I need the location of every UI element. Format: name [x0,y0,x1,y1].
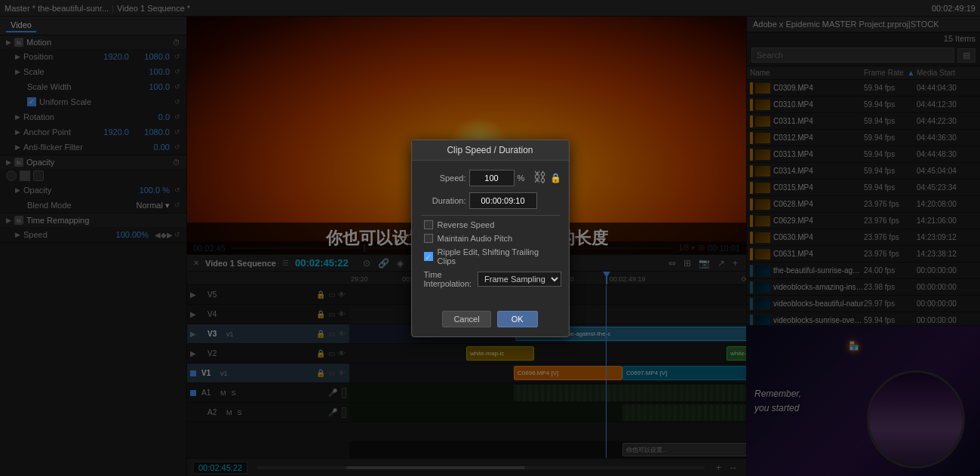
zoom-in-btn[interactable]: + [714,462,723,474]
c0697-clip[interactable]: C0697.MP4 [V] [622,366,746,380]
media-row[interactable]: C0315.MP459.94 fps04:45:23:34 [747,180,980,196]
search-filter-btn[interactable]: ▤ [957,48,975,63]
blend-mode-reset[interactable]: ↺ [174,201,180,209]
v2-eye[interactable]: 👁 [337,349,346,358]
media-row[interactable]: C0631.MP423.976 fps14:23:38:12 [747,246,980,263]
v4-media[interactable]: ▭ [327,310,336,318]
a2-mic[interactable]: 🎤 [327,408,338,416]
v2-expand[interactable]: ▶ [190,349,205,358]
speed-reset[interactable]: ↺ [174,231,180,238]
v4-lock[interactable]: 🔒 [315,310,326,318]
zoom-out-btn[interactable]: ⇔ [666,257,678,269]
uniform-scale-reset[interactable]: ↺ [174,98,180,106]
scale-reset[interactable]: ↺ [174,68,180,75]
search-input[interactable] [751,48,954,63]
blend-mode-val[interactable]: Normal ▾ [132,201,170,210]
motion-header[interactable]: ▶ fx Motion ⏱ [0,35,186,49]
media-row[interactable]: videoblocks-amazing-inspira23.98 fps00:0… [747,279,980,296]
media-row[interactable]: C0312.MP459.94 fps04:44:36:30 [747,130,980,146]
speed-keyframe-next[interactable]: ▶ [167,231,173,239]
media-row[interactable]: videoblocks-beautiful-natur29.97 fps00:0… [747,296,980,312]
rotation-val[interactable]: 0.0 [132,112,170,121]
scale-width-val[interactable]: 100.0 [132,82,170,91]
v3-media[interactable]: ▭ [327,330,336,338]
duration-field[interactable] [469,192,537,209]
opacity-reset[interactable]: ↺ [174,186,180,194]
anchor-y[interactable]: 1080.0 [132,127,170,137]
anti-flicker-reset[interactable]: ↺ [174,143,180,151]
export-btn[interactable]: ↗ [715,257,727,269]
clip-speed-modal[interactable]: Clip Speed / Duration Speed: % ⛓ 🔒 Durat… [411,140,570,337]
speed-keyframe-prev[interactable]: ◀ [155,231,161,239]
markers-btn[interactable]: ◈ [395,257,406,269]
timeline-scrollbar[interactable] [257,466,705,469]
anchor-reset[interactable]: ↺ [174,128,180,136]
opacity-value[interactable]: 100.0 % [132,186,170,195]
timeline-menu-icon[interactable]: ☰ [282,259,289,267]
lock-icon[interactable]: 🔒 [550,173,561,183]
v5-eye[interactable]: 👁 [337,290,346,299]
media-row[interactable]: C0309.MP459.94 fps04:44:04:30 [747,80,980,97]
master-tab[interactable]: Master * the-beautiful-sunr... [5,4,109,13]
video-tab[interactable]: Video [6,19,36,32]
position-x[interactable]: 1920.0 [91,52,129,61]
media-row[interactable]: C0313.MP459.94 fps04:44:48:30 [747,146,980,163]
col-start-header[interactable]: Media Start [917,69,977,77]
a1-level[interactable] [342,388,346,398]
v1-lock[interactable]: 🔒 [315,369,326,377]
media-row[interactable]: C0630.MP423.976 fps14:23:09:12 [747,229,980,246]
white-map-clip-2[interactable]: white-map-ic [727,346,746,361]
v4-eye[interactable]: 👁 [337,310,346,318]
sequence-tab[interactable]: Video 1 Sequence * [117,4,190,13]
position-y[interactable]: 1080.0 [132,52,170,61]
speed-field[interactable] [469,170,515,186]
time-remapping-header[interactable]: ▶ fx Time Remapping [0,213,186,227]
a1-mic[interactable]: 🎤 [327,388,338,397]
media-row[interactable]: videoblocks-sunrise-over-wi59.94 fps00:0… [747,312,980,325]
snap-btn[interactable]: ⊙ [361,257,373,269]
scale-val[interactable]: 100.0 [132,67,170,76]
subtitle-clip[interactable]: 你也可以设置... [622,443,746,456]
scale-width-reset[interactable]: ↺ [174,83,180,91]
ok-button[interactable]: OK [497,311,538,327]
v2-lock[interactable]: 🔒 [315,349,326,358]
a1-audio-clip[interactable] [514,385,746,401]
col-rate-header[interactable]: Frame Rate ▲ [864,69,917,77]
col-name-header[interactable]: Name [750,69,864,77]
speed-keyframe-add[interactable]: ◆ [161,231,167,239]
v3-lock[interactable]: 🔒 [315,330,326,338]
media-row[interactable]: C0628.MP423.976 fps14:20:08:00 [747,196,980,213]
position-reset[interactable]: ↺ [174,53,180,60]
v5-expand[interactable]: ▶ [190,290,205,299]
white-map-clip-1[interactable]: white-map-ic [466,346,534,361]
ripple-edit-checkbox[interactable]: ✓ [424,252,433,261]
anti-flicker-val[interactable]: 0.00 [132,143,170,152]
anchor-x[interactable]: 1920.0 [91,127,129,137]
rotation-reset[interactable]: ↺ [174,113,180,121]
media-row[interactable]: C0311.MP459.94 fps04:44:22:30 [747,113,980,130]
a2-level[interactable] [342,407,346,418]
zoom-settings-btn[interactable]: ⊞ [681,257,693,269]
a2-audio-clip[interactable] [622,404,746,421]
speed-value[interactable]: 100.00% [111,230,149,239]
v5-media[interactable]: ▭ [327,290,336,299]
media-row[interactable]: C0310.MP459.94 fps04:44:12:30 [747,97,980,113]
v3-eye[interactable]: 👁 [337,330,346,338]
v1-media[interactable]: ▭ [327,369,336,377]
v5-lock[interactable]: 🔒 [315,290,326,299]
media-row[interactable]: C0629.MP423.976 fps14:21:06:00 [747,213,980,229]
c0696-clip[interactable]: C0696.MP4 [V] [514,366,622,380]
media-row[interactable]: the-beautiful-sunrise-agains24.00 fps00:… [747,263,980,279]
linked-btn[interactable]: 🔗 [376,257,392,269]
reverse-speed-checkbox[interactable] [424,220,433,229]
v4-expand[interactable]: ▶ [190,310,205,318]
v2-media[interactable]: ▭ [327,349,336,358]
close-timeline-icon[interactable]: ✕ [193,259,199,267]
chain-link-icon[interactable]: ⛓ [533,170,547,186]
camera-btn[interactable]: 📷 [696,257,712,269]
interp-select[interactable]: Frame Sampling Frame Blending Optical Fl… [478,272,561,287]
opacity-header[interactable]: ▶ fx Opacity ⏱ [0,155,186,169]
uniform-scale-checkbox[interactable]: ✓ [27,97,36,106]
v3-expand[interactable]: ▶ [190,330,205,338]
media-row[interactable]: C0314.MP459.94 fps04:45:04:04 [747,163,980,180]
